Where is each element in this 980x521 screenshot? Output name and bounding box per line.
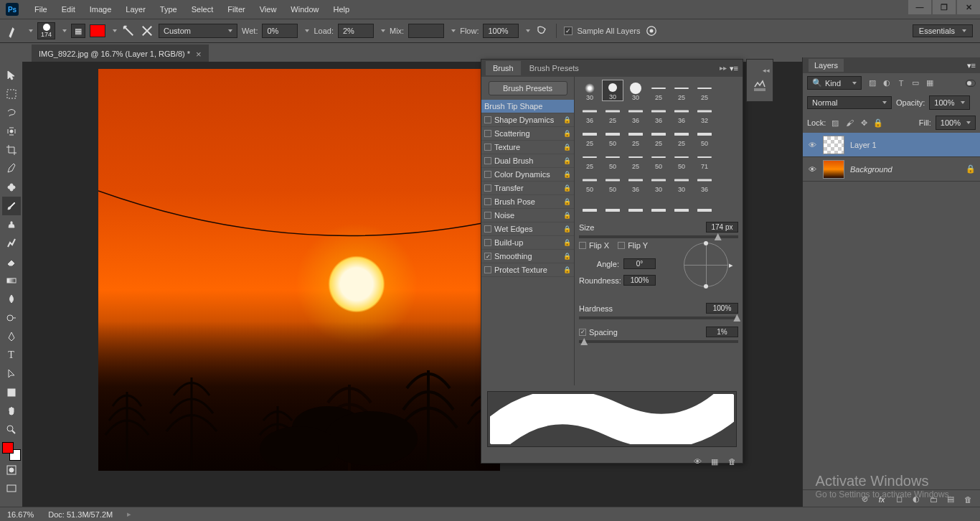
visibility-icon[interactable]: 👁	[807, 165, 817, 174]
airbrush-icon[interactable]	[534, 24, 549, 38]
hardness-slider[interactable]	[579, 316, 738, 319]
brush-preset-cell[interactable]: 25	[648, 80, 669, 101]
brush-preset-cell[interactable]: 32	[694, 103, 715, 124]
filter-shape-icon[interactable]: ▭	[910, 78, 920, 88]
spacing-checkbox[interactable]: ✓	[579, 329, 586, 336]
load-caret[interactable]	[381, 29, 385, 32]
hardness-input[interactable]: 100%	[706, 303, 738, 314]
new-layer-icon[interactable]: ▤	[946, 494, 956, 504]
sample-all-checkbox[interactable]: ✓	[564, 27, 573, 35]
pen-tool[interactable]	[2, 327, 21, 346]
opacity-input[interactable]: 100%	[929, 95, 969, 110]
clean-brush-icon[interactable]	[140, 24, 154, 38]
brush-preset-cell[interactable]	[579, 194, 600, 216]
brush-preset-cell[interactable]: 36	[579, 103, 600, 124]
tab-layers[interactable]: Layers	[809, 59, 844, 72]
layer-fx-icon[interactable]: fx	[877, 494, 887, 504]
menu-filter[interactable]: Filter	[220, 2, 252, 17]
dodge-tool[interactable]	[2, 309, 21, 327]
angle-input[interactable]: 0°	[623, 258, 656, 269]
brush-preset-cell[interactable]: 36	[671, 103, 692, 124]
brush-preset-cell[interactable]: 50	[671, 149, 692, 170]
brush-section-smoothing[interactable]: ✓Smoothing🔒	[481, 250, 574, 263]
minimize-button[interactable]: —	[908, 0, 931, 14]
collapsed-panel[interactable]: ◂◂	[746, 59, 773, 102]
document-tab[interactable]: IMG_8922.jpg @ 16.7% (Layer 1, RGB/8) * …	[32, 44, 209, 62]
brush-section-noise[interactable]: Noise🔒	[481, 209, 574, 222]
close-tab-icon[interactable]: ×	[196, 49, 202, 60]
brush-preset-cell[interactable]: 30	[648, 172, 669, 193]
angle-control[interactable]: ▸	[684, 243, 728, 287]
menu-window[interactable]: Window	[283, 2, 326, 17]
zoom-level[interactable]: 16.67%	[7, 510, 34, 519]
filter-type-icon[interactable]: T	[896, 78, 906, 88]
brush-preset-cell[interactable]: 50	[602, 149, 623, 170]
brush-preset-cell[interactable]: 25	[625, 149, 646, 170]
menu-help[interactable]: Help	[326, 2, 357, 17]
tool-preset-icon[interactable]	[7, 24, 22, 38]
healing-tool[interactable]	[2, 178, 21, 197]
eraser-tool[interactable]	[2, 253, 21, 271]
roundness-input[interactable]: 100%	[623, 275, 656, 286]
layer-background[interactable]: 👁Background🔒	[803, 157, 980, 182]
brush-tool[interactable]	[2, 197, 21, 215]
group-icon[interactable]: 🗀	[928, 494, 938, 504]
restore-button[interactable]: ❐	[933, 0, 956, 14]
brush-preset-cell[interactable]: 25	[694, 80, 715, 101]
clone-stamp-tool[interactable]	[2, 215, 21, 234]
color-swatches[interactable]	[2, 442, 21, 461]
brush-preset-cell[interactable]: 50	[648, 149, 669, 170]
wet-input[interactable]: 0%	[262, 24, 298, 38]
screenmode-toggle[interactable]	[2, 479, 21, 498]
layer-name[interactable]: Background	[850, 165, 892, 174]
brush-preset-cell[interactable]: 25	[579, 149, 600, 170]
brush-section-brush-tip-shape[interactable]: Brush Tip Shape	[481, 100, 574, 113]
brush-section-scattering[interactable]: Scattering🔒	[481, 127, 574, 141]
foreground-color[interactable]	[2, 442, 14, 454]
brush-preset-cell[interactable]: 25	[579, 126, 600, 147]
tab-brush[interactable]: Brush	[486, 61, 521, 75]
brush-section-dual-brush[interactable]: Dual Brush🔒	[481, 154, 574, 168]
layer-name[interactable]: Layer 1	[850, 141, 877, 149]
filter-kind-dropdown[interactable]: 🔍Kind	[807, 76, 862, 90]
brush-preset-cell[interactable]	[625, 194, 646, 216]
load-brush-icon[interactable]	[121, 24, 136, 38]
spacing-slider[interactable]	[579, 340, 738, 343]
filter-toggle[interactable]	[966, 80, 976, 87]
brush-preset-cell[interactable]: 30	[625, 80, 646, 101]
size-input[interactable]: 174 px	[706, 222, 738, 233]
brush-preset-dropdown[interactable]: Custom	[159, 24, 237, 38]
brush-preset-cell[interactable]: 36	[625, 172, 646, 193]
brush-size-preview[interactable]: 174	[37, 22, 55, 39]
layer-mask-icon[interactable]: ◻	[894, 494, 904, 504]
brush-preset-cell[interactable]	[648, 194, 669, 216]
tablet-pressure-icon[interactable]	[644, 24, 659, 38]
type-tool[interactable]: T	[2, 346, 21, 365]
wet-caret[interactable]	[305, 29, 309, 32]
path-select-tool[interactable]	[2, 365, 21, 383]
layer-layer-1[interactable]: 👁Layer 1	[803, 133, 980, 157]
filter-smart-icon[interactable]: ▦	[925, 78, 935, 88]
brush-preset-cell[interactable]: 30	[671, 172, 692, 193]
flipx-checkbox[interactable]	[579, 242, 586, 249]
filter-adjust-icon[interactable]: ◐	[882, 78, 892, 88]
workspace-dropdown[interactable]: Essentials	[913, 24, 973, 37]
fill-input[interactable]: 100%	[936, 116, 976, 130]
eyedropper-tool[interactable]	[2, 159, 21, 178]
gradient-tool[interactable]	[2, 271, 21, 290]
brush-preset-cell[interactable]: 36	[648, 103, 669, 124]
brush-section-protect-texture[interactable]: Protect Texture🔒	[481, 263, 574, 277]
brush-preset-cell[interactable]: 36	[625, 103, 646, 124]
brush-preset-cell[interactable]	[671, 194, 692, 216]
brush-picker-caret[interactable]	[62, 29, 67, 32]
brush-preset-cell[interactable]	[694, 194, 715, 216]
brush-panel-toggle-icon[interactable]: ▦	[71, 24, 85, 38]
trash-icon[interactable]: 🗑	[727, 456, 737, 466]
load-input[interactable]: 2%	[338, 24, 374, 38]
toggle-preview-icon[interactable]: 👁	[692, 456, 702, 466]
brush-preset-cell[interactable]	[602, 194, 623, 216]
flow-caret[interactable]	[526, 29, 530, 32]
brush-thumbnail-grid[interactable]: 3030302525253625363636322550252525502550…	[579, 80, 738, 216]
brush-section-build-up[interactable]: Build-up🔒	[481, 236, 574, 250]
layer-thumbnail[interactable]	[823, 160, 844, 179]
